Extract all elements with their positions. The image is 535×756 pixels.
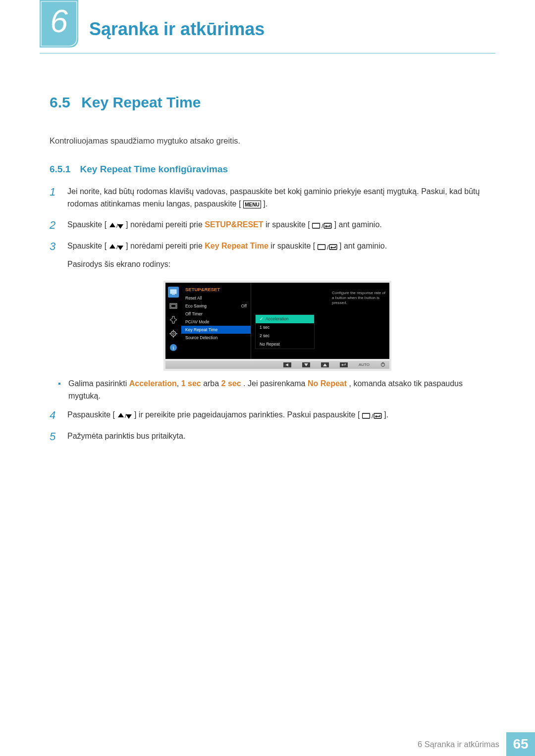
osd-tip: Configure the response rate of a button …	[332, 291, 386, 305]
osd-screenshot: i SETUP&RESET Reset All Eco SavingOff Of…	[163, 281, 391, 371]
osd-menu: SETUP&RESET Reset All Eco SavingOff Off …	[181, 283, 251, 359]
svg-point-22	[172, 333, 174, 335]
svg-marker-11	[117, 246, 123, 250]
svg-rect-19	[171, 304, 176, 307]
auto-label: AUTO	[359, 362, 370, 367]
step-number: 2	[50, 219, 60, 232]
step-extra: Pasirodys šis ekrano rodinys:	[67, 258, 485, 271]
svg-text:/: /	[372, 413, 374, 419]
svg-marker-8	[325, 225, 326, 228]
osd-sub-item: No Repeat	[256, 340, 314, 349]
source-enter-icon: /	[362, 411, 382, 423]
svg-marker-37	[126, 414, 132, 419]
svg-marker-41	[375, 415, 376, 418]
page-footer: 6 Sąranka ir atkūrimas 65	[0, 732, 535, 756]
picture-icon	[168, 301, 179, 311]
svg-text:MENU: MENU	[245, 202, 259, 207]
step-number: 5	[50, 430, 60, 443]
brightness-icon	[168, 287, 179, 298]
enter-icon	[340, 362, 348, 367]
subsection-name: Key Repeat Time konfigūravimas	[80, 164, 228, 174]
step-body: Paspauskite [ / ] ir pereikite prie page…	[67, 409, 485, 423]
svg-rect-40	[374, 413, 381, 418]
gear-icon	[168, 328, 179, 339]
osd-menu-item: Source Detection	[181, 334, 251, 342]
up-down-icon: /	[109, 242, 124, 254]
content: 6.5 Key Repeat Time Kontroliuojamas spau…	[50, 94, 485, 451]
chapter-badge: 6	[40, 0, 78, 48]
svg-marker-2	[109, 223, 115, 227]
svg-marker-29	[285, 363, 288, 366]
svg-rect-12	[318, 245, 325, 250]
step-number: 1	[50, 186, 60, 199]
svg-text:/: /	[321, 223, 323, 229]
step-number: 3	[50, 240, 60, 253]
section-number: 6.5	[50, 94, 70, 110]
osd-bottom-bar: AUTO	[165, 361, 389, 369]
osd-menu-item: Off Timer	[181, 310, 251, 318]
subsection-number: 6.5.1	[50, 164, 70, 174]
chapter-title: Sąranka ir atkūrimas	[89, 19, 265, 40]
svg-text:/: /	[327, 244, 329, 251]
power-icon	[380, 362, 385, 368]
manual-page: 6 Sąranka ir atkūrimas 6.5 Key Repeat Ti…	[0, 0, 535, 756]
footer-chapter: 6 Sąranka ir atkūrimas	[418, 732, 506, 756]
intro-text: Kontroliuojamas spaudžiamo mygtuko atsak…	[50, 135, 485, 147]
up-icon	[321, 362, 329, 367]
bullet-item: Galima pasirinkti Acceleration, 1 sec ar…	[58, 378, 485, 403]
svg-rect-17	[172, 294, 175, 295]
step-body: Jei norite, kad būtų rodomas klavišų vad…	[67, 186, 485, 212]
svg-marker-9	[109, 244, 115, 249]
step-body: Spauskite [ / ] norėdami pereiti prie Ke…	[67, 240, 485, 271]
osd-menu-item: PC/AV Mode	[181, 318, 251, 326]
section-name: Key Repeat Time	[81, 94, 201, 110]
svg-rect-7	[324, 223, 331, 228]
svg-marker-20	[170, 316, 177, 323]
steps-list: 1 Jei norite, kad būtų rodomas klavišų v…	[50, 186, 485, 444]
svg-point-21	[171, 331, 176, 336]
menu-icon: MENU	[243, 200, 261, 212]
bullet-list: Galima pasirinkti Acceleration, 1 sec ar…	[50, 378, 485, 403]
subsection-title: 6.5.1 Key Repeat Time konfigūravimas	[50, 164, 485, 175]
footer-page-number: 65	[506, 732, 535, 756]
osd-menu-item: Reset All	[181, 294, 251, 302]
svg-rect-5	[313, 223, 320, 228]
source-enter-icon: /	[312, 221, 332, 233]
osd-right-pane: Configure the response rate of a button …	[251, 283, 389, 359]
step-body: Spauskite [ / ] norėdami pereiti prie SE…	[67, 219, 485, 233]
left-icon	[283, 362, 291, 367]
osd-sub-item-selected: Acceleration	[256, 315, 314, 323]
down-icon	[302, 362, 310, 367]
step-number: 4	[50, 409, 60, 422]
info-icon: i	[168, 342, 179, 353]
svg-text:/: /	[116, 244, 118, 250]
osd-menu-item: Eco SavingOff	[181, 302, 251, 310]
osd-nav-icons: i	[165, 283, 181, 359]
osd-sub-item: 2 sec	[256, 332, 314, 340]
svg-marker-32	[341, 364, 343, 366]
up-down-icon: /	[109, 221, 124, 233]
step-body: Pažymėta parinktis bus pritaikyta.	[67, 430, 485, 443]
svg-marker-31	[323, 363, 327, 366]
svg-text:i: i	[172, 345, 174, 351]
page-header: 6 Sąranka ir atkūrimas	[40, 9, 495, 53]
section-title: 6.5 Key Repeat Time	[50, 94, 485, 111]
svg-rect-38	[362, 413, 370, 418]
osd-menu-item-selected: Key Repeat Time	[181, 326, 251, 334]
svg-marker-35	[118, 413, 124, 417]
osd-submenu: Acceleration 1 sec 2 sec No Repeat	[255, 314, 315, 349]
svg-marker-4	[117, 224, 123, 229]
svg-rect-14	[329, 245, 337, 250]
cross-icon	[168, 314, 179, 325]
svg-text:/: /	[125, 413, 127, 419]
svg-marker-30	[304, 363, 308, 366]
chapter-number: 6	[40, 3, 78, 40]
source-enter-icon: /	[318, 242, 337, 254]
osd-menu-title: SETUP&RESET	[181, 286, 251, 294]
up-down-icon: /	[117, 411, 132, 423]
svg-marker-15	[330, 247, 332, 249]
osd-sub-item: 1 sec	[256, 323, 314, 332]
svg-rect-16	[170, 290, 176, 294]
svg-text:/: /	[116, 223, 118, 229]
